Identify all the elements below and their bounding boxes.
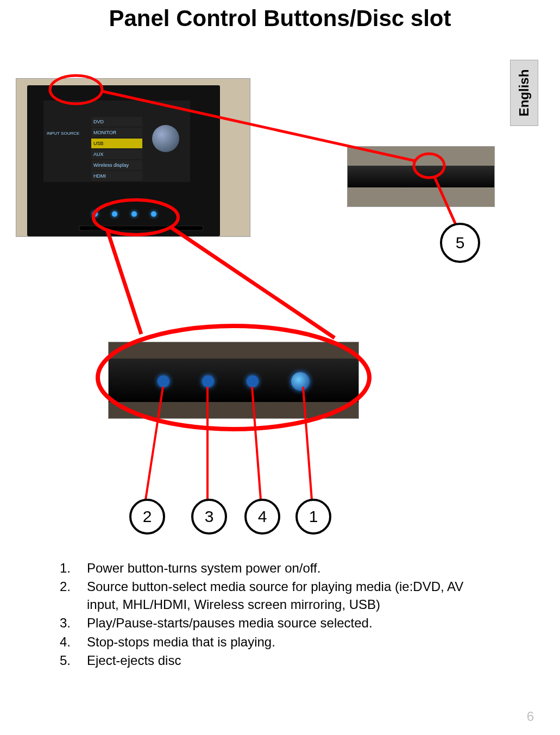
panel-button-icon — [112, 211, 117, 217]
callout-2-label: 2 — [143, 507, 152, 526]
product-photo-side — [348, 147, 494, 206]
list-text: Eject-ejects disc — [87, 652, 181, 669]
power-button-icon — [291, 372, 310, 391]
language-tab-label: English — [517, 70, 532, 117]
device-edge — [348, 166, 494, 187]
svg-line-7 — [171, 227, 335, 338]
manual-page: Panel Control Buttons/Disc slot English … — [0, 0, 560, 735]
list-text: Stop-stops media that is playing. — [87, 633, 275, 651]
closeup-button-row — [158, 372, 310, 391]
list-number: 1. — [60, 560, 87, 577]
play-pause-button-icon — [202, 375, 214, 387]
list-number: 3. — [60, 614, 87, 632]
list-text: Play/Pause-starts/pauses media source se… — [87, 614, 373, 632]
list-item: 1. Power button-turns system power on/of… — [60, 560, 479, 577]
menu-item: DVD — [91, 117, 142, 127]
product-photo-main: INPUT SOURCE DVD MONITOR USB AUX Wireles… — [16, 79, 250, 236]
list-item: 3. Play/Pause-starts/pauses media source… — [60, 614, 479, 632]
list-number: 2. — [60, 578, 87, 613]
callout-3: 3 — [191, 499, 227, 535]
product-photo-closeup — [109, 342, 358, 418]
stop-button-icon — [247, 375, 259, 387]
callout-4: 4 — [244, 499, 280, 535]
panel-button-icon — [92, 211, 98, 217]
language-tab: English — [510, 60, 538, 126]
menu-item-highlighted: USB — [91, 139, 142, 148]
page-title: Panel Control Buttons/Disc slot — [0, 5, 560, 32]
screen-left-label: INPUT SOURCE — [47, 131, 79, 136]
menu-item: HDMI — [91, 171, 142, 181]
disc-slot — [79, 225, 204, 231]
page-number: 6 — [527, 709, 534, 724]
menu-item: AUX — [91, 149, 142, 159]
device-screen: INPUT SOURCE DVD MONITOR USB AUX Wireles… — [43, 100, 190, 182]
panel-button-icon — [131, 211, 137, 217]
callout-1: 1 — [295, 499, 331, 535]
callout-2: 2 — [129, 499, 165, 535]
callout-5: 5 — [440, 223, 480, 263]
panel-button-icon — [151, 211, 156, 217]
callout-1-label: 1 — [309, 507, 318, 526]
svg-line-6 — [108, 231, 141, 334]
menu-item: MONITOR — [91, 128, 142, 137]
callout-5-label: 5 — [456, 234, 465, 252]
source-button-icon — [158, 375, 169, 387]
callout-3-label: 3 — [205, 507, 214, 526]
list-text: Source button-select media source for pl… — [87, 578, 479, 613]
list-number: 4. — [60, 633, 87, 651]
list-item: 2. Source button-select media source for… — [60, 578, 479, 613]
globe-icon — [152, 125, 179, 152]
list-text: Power button-turns system power on/off. — [87, 560, 320, 577]
list-item: 4. Stop-stops media that is playing. — [60, 633, 479, 651]
panel-button-row — [92, 211, 156, 217]
list-number: 5. — [60, 652, 87, 669]
menu-item: Wireless display — [91, 160, 142, 170]
device-bezel: INPUT SOURCE DVD MONITOR USB AUX Wireles… — [27, 85, 220, 236]
list-item: 5. Eject-ejects disc — [60, 652, 479, 669]
feature-list: 1. Power button-turns system power on/of… — [60, 560, 479, 670]
callout-4-label: 4 — [258, 507, 267, 526]
